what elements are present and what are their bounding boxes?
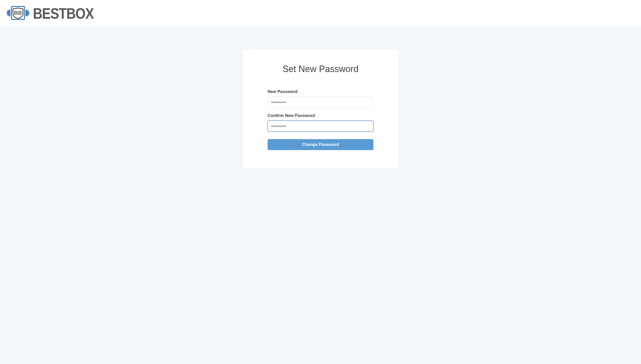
- svg-rect-6: [26, 10, 27, 16]
- confirm-password-input[interactable]: [268, 121, 373, 132]
- main-content: Set New Password New Password Confirm Ne…: [0, 27, 641, 168]
- svg-rect-7: [28, 11, 29, 15]
- confirm-password-label: Confirm New Password: [268, 113, 373, 118]
- new-password-label: New Password: [268, 89, 373, 94]
- brand-logo: BB BESTBOX: [6, 4, 104, 22]
- card-title: Set New Password: [268, 64, 373, 74]
- brand-name: BESTBOX: [33, 4, 94, 22]
- change-password-button[interactable]: Change Password: [268, 139, 373, 150]
- barbell-shield-icon: BB: [6, 6, 31, 20]
- app-header: BB BESTBOX: [0, 0, 641, 27]
- brand-icon: BB: [6, 6, 31, 22]
- svg-text:BB: BB: [14, 10, 22, 16]
- new-password-field-group: New Password: [268, 89, 373, 108]
- password-card: Set New Password New Password Confirm Ne…: [243, 50, 398, 168]
- confirm-password-field-group: Confirm New Password: [268, 113, 373, 132]
- new-password-input[interactable]: [268, 97, 373, 108]
- svg-rect-2: [9, 10, 10, 16]
- svg-rect-1: [8, 11, 9, 15]
